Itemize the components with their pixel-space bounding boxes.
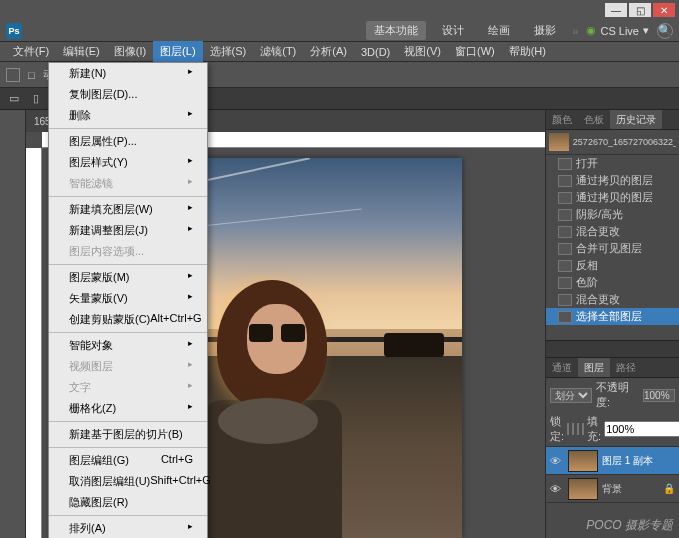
- history-panel: 2572670_165727006322_2.jpg 打开 通过拷贝的图层 通过…: [546, 130, 679, 340]
- menu-window[interactable]: 窗口(W): [448, 41, 502, 62]
- lock-all-icon[interactable]: [582, 423, 584, 435]
- menu-group-layers[interactable]: 图层编组(G)Ctrl+G: [49, 450, 207, 471]
- menu-clipping-mask[interactable]: 创建剪贴蒙版(C)Alt+Ctrl+G: [49, 309, 207, 330]
- history-item[interactable]: 色阶: [546, 274, 679, 291]
- move-tool-icon[interactable]: [6, 68, 20, 82]
- layers-panel: 划分 不透明度: 锁定: 填充: 👁 图层 1 副本 👁: [546, 378, 679, 538]
- menu-layer-properties[interactable]: 图层属性(P)...: [49, 131, 207, 152]
- window-close-button[interactable]: ✕: [653, 3, 675, 17]
- menu-new-adjustment-layer[interactable]: 新建调整图层(J): [49, 220, 207, 241]
- menu-help[interactable]: 帮助(H): [502, 41, 553, 62]
- opacity-label: 不透明度:: [596, 380, 639, 410]
- history-item[interactable]: 混合更改: [546, 291, 679, 308]
- menu-edit[interactable]: 编辑(E): [56, 41, 107, 62]
- workspace-design[interactable]: 设计: [434, 21, 472, 40]
- history-doc-name: 2572670_165727006322_2.jpg: [573, 137, 676, 147]
- layers-panel-tabs: 通道 图层 路径: [546, 358, 679, 378]
- cslive-button[interactable]: ◉CS Live▾: [586, 24, 649, 37]
- layer-row[interactable]: 👁 背景 🔒: [546, 475, 679, 503]
- menu-duplicate-layer[interactable]: 复制图层(D)...: [49, 84, 207, 105]
- history-snapshot-thumb[interactable]: [549, 133, 569, 151]
- menu-rasterize[interactable]: 栅格化(Z): [49, 398, 207, 419]
- tab-swatch[interactable]: 色板: [578, 110, 610, 129]
- workspace-basic[interactable]: 基本功能: [366, 21, 426, 40]
- menu-layer-style[interactable]: 图层样式(Y): [49, 152, 207, 173]
- menu-filter[interactable]: 滤镜(T): [253, 41, 303, 62]
- menu-vector-mask[interactable]: 矢量蒙版(V): [49, 288, 207, 309]
- window-min-button[interactable]: —: [605, 3, 627, 17]
- layer-menu-dropdown: 新建(N) 复制图层(D)... 删除 图层属性(P)... 图层样式(Y) 智…: [48, 62, 208, 538]
- history-item[interactable]: 混合更改: [546, 223, 679, 240]
- watermark: POCO 摄影专题: [586, 517, 673, 534]
- app-logo: Ps: [6, 23, 22, 39]
- search-icon[interactable]: 🔍: [657, 23, 673, 39]
- menu-arrange[interactable]: 排列(A): [49, 518, 207, 538]
- menu-new[interactable]: 新建(N): [49, 63, 207, 84]
- menu-video-layer: 视频图层: [49, 356, 207, 377]
- tab-history[interactable]: 历史记录: [610, 110, 662, 129]
- menu-file[interactable]: 文件(F): [6, 41, 56, 62]
- menu-smart-object[interactable]: 智能对象: [49, 335, 207, 356]
- layer-thumb[interactable]: [568, 450, 598, 472]
- window-restore-button[interactable]: ◱: [629, 3, 651, 17]
- history-item[interactable]: 打开: [546, 155, 679, 172]
- menu-hide-layers[interactable]: 隐藏图层(R): [49, 492, 207, 513]
- fill-input[interactable]: [604, 421, 679, 437]
- history-item[interactable]: 通过拷贝的图层: [546, 189, 679, 206]
- tab-layers[interactable]: 图层: [578, 358, 610, 377]
- workspace-paint[interactable]: 绘画: [480, 21, 518, 40]
- history-item[interactable]: 选择全部图层: [546, 308, 679, 325]
- history-item[interactable]: 通过拷贝的图层: [546, 172, 679, 189]
- menu-type: 文字: [49, 377, 207, 398]
- tab-channels[interactable]: 通道: [546, 358, 578, 377]
- history-item[interactable]: 反相: [546, 257, 679, 274]
- lock-label: 锁定:: [550, 414, 564, 444]
- ruler-vertical: [26, 148, 42, 538]
- blend-mode-select[interactable]: 划分: [550, 388, 592, 403]
- menu-layer-content-options: 图层内容选项...: [49, 241, 207, 262]
- app-header: Ps 基本功能 设计 绘画 摄影 » ◉CS Live▾ 🔍: [0, 20, 679, 42]
- menu-delete[interactable]: 删除: [49, 105, 207, 126]
- menu-view[interactable]: 视图(V): [397, 41, 448, 62]
- align-icon[interactable]: ▭: [6, 91, 22, 107]
- layer-thumb[interactable]: [568, 478, 598, 500]
- menu-new-slice[interactable]: 新建基于图层的切片(B): [49, 424, 207, 445]
- menu-3d[interactable]: 3D(D): [354, 43, 397, 61]
- layer-row[interactable]: 👁 图层 1 副本: [546, 447, 679, 475]
- lock-transparency-icon[interactable]: [567, 423, 569, 435]
- left-tool-strip[interactable]: [0, 110, 26, 538]
- history-item[interactable]: 阴影/高光: [546, 206, 679, 223]
- menu-layer-mask[interactable]: 图层蒙版(M): [49, 267, 207, 288]
- layer-name[interactable]: 图层 1 副本: [602, 454, 653, 468]
- lock-icon: 🔒: [663, 483, 675, 494]
- menu-bar: 文件(F) 编辑(E) 图像(I) 图层(L) 选择(S) 滤镜(T) 分析(A…: [0, 42, 679, 62]
- menu-ungroup-layers[interactable]: 取消图层编组(U)Shift+Ctrl+G: [49, 471, 207, 492]
- menu-image[interactable]: 图像(I): [107, 41, 153, 62]
- panel-divider: [546, 340, 679, 358]
- menu-analysis[interactable]: 分析(A): [303, 41, 354, 62]
- history-panel-tabs: 颜色 色板 历史记录: [546, 110, 679, 130]
- fill-label: 填充:: [587, 414, 601, 444]
- tab-color[interactable]: 颜色: [546, 110, 578, 129]
- tab-paths[interactable]: 路径: [610, 358, 642, 377]
- layer-name[interactable]: 背景: [602, 482, 622, 496]
- opacity-input[interactable]: [643, 389, 675, 402]
- visibility-icon[interactable]: 👁: [546, 483, 564, 495]
- visibility-icon[interactable]: 👁: [546, 455, 564, 467]
- lock-pixels-icon[interactable]: [572, 423, 574, 435]
- lock-position-icon[interactable]: [577, 423, 579, 435]
- workspace-photo[interactable]: 摄影: [526, 21, 564, 40]
- history-item[interactable]: 合并可见图层: [546, 240, 679, 257]
- menu-select[interactable]: 选择(S): [203, 41, 254, 62]
- menu-new-fill-layer[interactable]: 新建填充图层(W): [49, 199, 207, 220]
- menu-smart-filter: 智能滤镜: [49, 173, 207, 194]
- menu-layer[interactable]: 图层(L): [153, 41, 202, 62]
- align-icon[interactable]: ▯: [28, 91, 44, 107]
